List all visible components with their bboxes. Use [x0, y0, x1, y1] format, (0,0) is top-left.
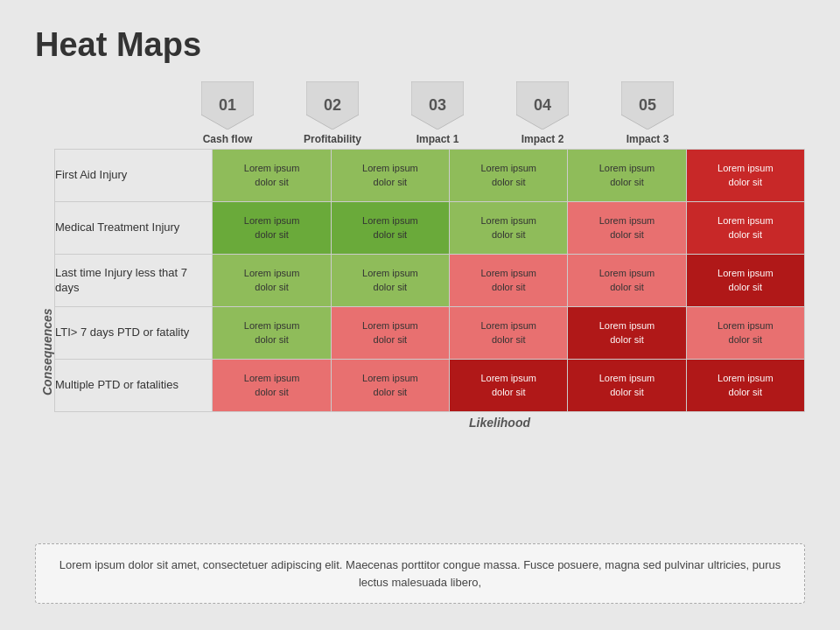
col-label-1: Cash flow	[201, 130, 255, 149]
footer-note: Lorem ipsum dolor sit amet, consectetuer…	[35, 543, 805, 604]
cell-text: Lorem ipsumdolor sit	[332, 162, 449, 189]
cell-2-4: Lorem ipsumdolor sit	[568, 202, 686, 255]
cell-text: Lorem ipsumdolor sit	[332, 372, 449, 399]
page-title: Heat Maps	[35, 26, 805, 64]
table-row: Medical Treatment InjuryLorem ipsumdolor…	[55, 202, 805, 255]
cell-3-2: Lorem ipsumdolor sit	[331, 255, 449, 307]
cell-text: Lorem ipsumdolor sit	[332, 214, 449, 242]
cell-5-4: Lorem ipsumdolor sit	[568, 360, 686, 412]
col-label-2: Profitability	[302, 130, 363, 149]
heat-map-area: Consequences First Aid InjuryLorem ipsum…	[35, 149, 805, 529]
cell-2-3: Lorem ipsumdolor sit	[450, 202, 568, 255]
cell-text: Lorem ipsumdolor sit	[332, 267, 449, 294]
cell-2-2: Lorem ipsumdolor sit	[331, 202, 449, 255]
cell-3-1: Lorem ipsumdolor sit	[213, 255, 331, 307]
cell-5-3: Lorem ipsumdolor sit	[450, 360, 568, 412]
cell-text: Lorem ipsumdolor sit	[213, 162, 330, 189]
cell-1-4: Lorem ipsumdolor sit	[568, 150, 686, 202]
main-content: 01 Cash flow 02 Profitability 03 Impact …	[35, 81, 805, 604]
cell-4-3: Lorem ipsumdolor sit	[450, 307, 568, 360]
cell-5-2: Lorem ipsumdolor sit	[331, 360, 449, 412]
cell-4-5: Lorem ipsumdolor sit	[686, 307, 804, 360]
heat-table: First Aid InjuryLorem ipsumdolor sitLore…	[54, 149, 805, 412]
cell-1-3: Lorem ipsumdolor sit	[450, 150, 568, 202]
pentagon-num-4: 04	[534, 96, 551, 115]
column-headers: 01 Cash flow 02 Profitability 03 Impact …	[175, 81, 805, 149]
cell-text: Lorem ipsumdolor sit	[568, 214, 685, 242]
table-row: LTI> 7 days PTD or fatalityLorem ipsumdo…	[55, 307, 805, 360]
cell-text: Lorem ipsumdolor sit	[687, 372, 804, 399]
cell-text: Lorem ipsumdolor sit	[213, 214, 330, 242]
cell-text: Lorem ipsumdolor sit	[568, 319, 685, 346]
cell-text: Lorem ipsumdolor sit	[450, 372, 567, 399]
consequences-label: Consequences	[35, 201, 54, 503]
row-label-5: Multiple PTD or fatalities	[55, 360, 213, 412]
cell-2-5: Lorem ipsumdolor sit	[686, 202, 804, 255]
cell-text: Lorem ipsumdolor sit	[450, 267, 567, 294]
cell-text: Lorem ipsumdolor sit	[332, 319, 449, 346]
cell-text: Lorem ipsumdolor sit	[568, 372, 685, 399]
row-label-3: Last time Injury less that 7 days	[55, 255, 213, 307]
table-area: First Aid InjuryLorem ipsumdolor sitLore…	[54, 149, 805, 529]
pentagon-5: 05	[621, 81, 674, 130]
cell-4-1: Lorem ipsumdolor sit	[213, 307, 331, 360]
table-row: Last time Injury less that 7 daysLorem i…	[55, 255, 805, 307]
cell-text: Lorem ipsumdolor sit	[687, 162, 804, 189]
col-header-1: 01 Cash flow	[175, 81, 280, 149]
cell-text: Lorem ipsumdolor sit	[213, 372, 330, 399]
cell-text: Lorem ipsumdolor sit	[687, 214, 804, 242]
cell-1-5: Lorem ipsumdolor sit	[686, 150, 804, 202]
col-header-5: 05 Impact 3	[595, 81, 700, 149]
likelihood-label: Likelihood	[194, 416, 805, 430]
row-label-1: First Aid Injury	[55, 150, 213, 202]
cell-text: Lorem ipsumdolor sit	[213, 267, 330, 294]
cell-5-5: Lorem ipsumdolor sit	[686, 360, 804, 412]
cell-3-3: Lorem ipsumdolor sit	[450, 255, 568, 307]
cell-text: Lorem ipsumdolor sit	[687, 267, 804, 294]
cell-text: Lorem ipsumdolor sit	[568, 162, 685, 189]
cell-1-2: Lorem ipsumdolor sit	[331, 150, 449, 202]
cell-text: Lorem ipsumdolor sit	[213, 319, 330, 346]
cell-text: Lorem ipsumdolor sit	[450, 214, 567, 242]
page: Heat Maps 01 Cash flow 02 Profitability …	[0, 0, 840, 630]
table-row: Multiple PTD or fatalitiesLorem ipsumdol…	[55, 360, 805, 412]
cell-3-4: Lorem ipsumdolor sit	[568, 255, 686, 307]
col-header-2: 02 Profitability	[280, 81, 385, 149]
cell-text: Lorem ipsumdolor sit	[450, 319, 567, 346]
cell-5-1: Lorem ipsumdolor sit	[213, 360, 331, 412]
col-label-3: Impact 1	[415, 130, 461, 149]
cell-text: Lorem ipsumdolor sit	[568, 267, 685, 294]
pentagon-num-1: 01	[219, 96, 236, 115]
col-header-4: 04 Impact 2	[490, 81, 595, 149]
cell-text: Lorem ipsumdolor sit	[687, 319, 804, 346]
col-label-5: Impact 3	[625, 130, 671, 149]
pentagon-3: 03	[411, 81, 464, 130]
pentagon-num-2: 02	[324, 96, 341, 115]
pentagon-num-3: 03	[429, 96, 446, 115]
col-label-4: Impact 2	[520, 130, 566, 149]
cell-3-5: Lorem ipsumdolor sit	[686, 255, 804, 307]
cell-2-1: Lorem ipsumdolor sit	[213, 202, 331, 255]
cell-text: Lorem ipsumdolor sit	[450, 162, 567, 189]
cell-1-1: Lorem ipsumdolor sit	[213, 150, 331, 202]
row-label-2: Medical Treatment Injury	[55, 202, 213, 255]
cell-4-2: Lorem ipsumdolor sit	[331, 307, 449, 360]
pentagon-4: 04	[516, 81, 569, 130]
col-header-3: 03 Impact 1	[385, 81, 490, 149]
cell-4-4: Lorem ipsumdolor sit	[568, 307, 686, 360]
pentagon-1: 01	[201, 81, 254, 130]
pentagon-2: 02	[306, 81, 359, 130]
pentagon-num-5: 05	[639, 96, 656, 115]
row-label-4: LTI> 7 days PTD or fatality	[55, 307, 213, 360]
table-row: First Aid InjuryLorem ipsumdolor sitLore…	[55, 150, 805, 202]
